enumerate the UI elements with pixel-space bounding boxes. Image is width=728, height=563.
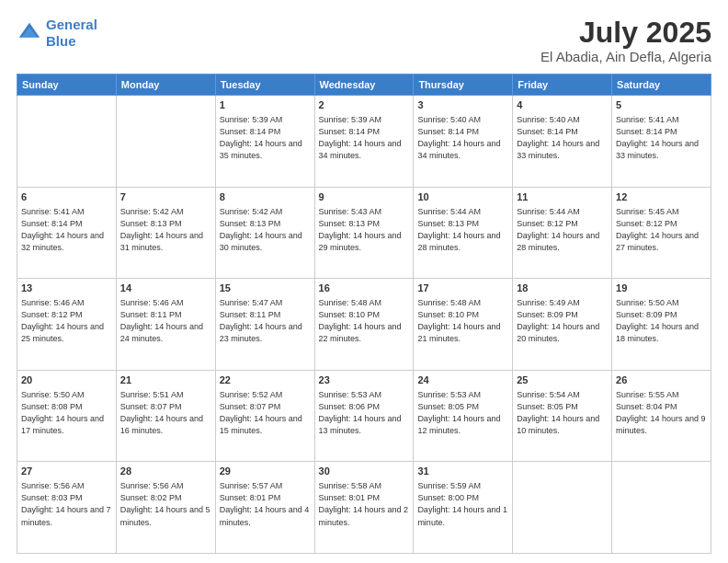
day-number: 27 [21, 465, 112, 479]
calendar-day-cell: 30Sunrise: 5:58 AMSunset: 8:01 PMDayligh… [314, 462, 414, 554]
calendar-day-cell: 20Sunrise: 5:50 AMSunset: 8:08 PMDayligh… [17, 370, 117, 462]
day-detail: Sunrise: 5:59 AMSunset: 8:00 PMDaylight:… [417, 480, 508, 528]
sunrise-text: Sunrise: 5:42 AM [220, 206, 311, 218]
sunset-text: Sunset: 8:07 PM [120, 401, 211, 413]
sunrise-text: Sunrise: 5:46 AM [21, 297, 112, 309]
day-detail: Sunrise: 5:40 AMSunset: 8:14 PMDaylight:… [417, 114, 508, 162]
sunset-text: Sunset: 8:02 PM [120, 492, 211, 504]
day-detail: Sunrise: 5:56 AMSunset: 8:03 PMDaylight:… [21, 480, 112, 528]
day-number: 17 [417, 282, 508, 296]
sunrise-text: Sunrise: 5:56 AM [120, 480, 211, 492]
calendar-day-cell: 22Sunrise: 5:52 AMSunset: 8:07 PMDayligh… [215, 370, 314, 462]
day-detail: Sunrise: 5:44 AMSunset: 8:13 PMDaylight:… [417, 206, 508, 254]
day-number: 20 [21, 373, 112, 388]
sunset-text: Sunset: 8:10 PM [417, 309, 508, 321]
calendar-day-cell: 1Sunrise: 5:39 AMSunset: 8:14 PMDaylight… [215, 96, 314, 188]
logo: General Blue [17, 17, 97, 50]
calendar-day-cell: 9Sunrise: 5:43 AMSunset: 8:13 PMDaylight… [314, 187, 414, 279]
daylight-text: Daylight: 14 hours and 9 minutes. [616, 413, 707, 437]
daylight-text: Daylight: 14 hours and 23 minutes. [220, 321, 311, 345]
day-detail: Sunrise: 5:55 AMSunset: 8:04 PMDaylight:… [616, 389, 707, 437]
sunrise-text: Sunrise: 5:53 AM [319, 389, 410, 401]
day-detail: Sunrise: 5:48 AMSunset: 8:10 PMDaylight:… [319, 297, 410, 345]
day-number: 8 [220, 190, 311, 205]
sunrise-text: Sunrise: 5:46 AM [120, 297, 211, 309]
day-number: 30 [319, 465, 410, 479]
day-detail: Sunrise: 5:53 AMSunset: 8:05 PMDaylight:… [417, 389, 508, 437]
sunrise-text: Sunrise: 5:39 AM [220, 114, 311, 126]
calendar-day-cell: 21Sunrise: 5:51 AMSunset: 8:07 PMDayligh… [116, 370, 215, 462]
day-detail: Sunrise: 5:45 AMSunset: 8:12 PMDaylight:… [616, 206, 707, 254]
day-number: 25 [517, 373, 608, 388]
day-number: 28 [120, 465, 211, 479]
sunset-text: Sunset: 8:10 PM [319, 309, 410, 321]
daylight-text: Daylight: 14 hours and 10 minutes. [517, 413, 608, 437]
day-detail: Sunrise: 5:58 AMSunset: 8:01 PMDaylight:… [319, 480, 410, 528]
day-number: 31 [417, 465, 508, 479]
daylight-text: Daylight: 14 hours and 31 minutes. [120, 230, 211, 254]
calendar-day-cell: 13Sunrise: 5:46 AMSunset: 8:12 PMDayligh… [17, 279, 117, 371]
calendar-day-cell: 4Sunrise: 5:40 AMSunset: 8:14 PMDaylight… [513, 96, 612, 188]
daylight-text: Daylight: 14 hours and 25 minutes. [21, 321, 112, 345]
weekday-header: Saturday [612, 75, 711, 96]
day-detail: Sunrise: 5:49 AMSunset: 8:09 PMDaylight:… [517, 297, 608, 345]
day-detail: Sunrise: 5:44 AMSunset: 8:12 PMDaylight:… [517, 206, 608, 254]
sunrise-text: Sunrise: 5:40 AM [517, 114, 608, 126]
day-number: 10 [417, 190, 508, 205]
sunrise-text: Sunrise: 5:50 AM [21, 389, 112, 401]
day-number: 15 [220, 282, 311, 296]
logo-line2: Blue [46, 33, 76, 49]
day-detail: Sunrise: 5:42 AMSunset: 8:13 PMDaylight:… [220, 206, 311, 254]
daylight-text: Daylight: 14 hours and 5 minutes. [120, 504, 211, 528]
sunset-text: Sunset: 8:00 PM [417, 492, 508, 504]
sunrise-text: Sunrise: 5:48 AM [417, 297, 508, 309]
day-number: 13 [21, 282, 112, 296]
sunrise-text: Sunrise: 5:39 AM [319, 114, 410, 126]
calendar-week-row: 1Sunrise: 5:39 AMSunset: 8:14 PMDaylight… [17, 96, 711, 188]
day-detail: Sunrise: 5:42 AMSunset: 8:13 PMDaylight:… [120, 206, 211, 254]
calendar-day-cell [17, 96, 117, 188]
sunrise-text: Sunrise: 5:50 AM [616, 297, 707, 309]
calendar-day-cell: 11Sunrise: 5:44 AMSunset: 8:12 PMDayligh… [513, 187, 612, 279]
sunrise-text: Sunrise: 5:44 AM [417, 206, 508, 218]
calendar-day-cell: 16Sunrise: 5:48 AMSunset: 8:10 PMDayligh… [314, 279, 414, 371]
sunrise-text: Sunrise: 5:40 AM [417, 114, 508, 126]
calendar-day-cell: 15Sunrise: 5:47 AMSunset: 8:11 PMDayligh… [215, 279, 314, 371]
sunrise-text: Sunrise: 5:48 AM [319, 297, 410, 309]
daylight-text: Daylight: 14 hours and 33 minutes. [517, 138, 608, 162]
sunset-text: Sunset: 8:08 PM [21, 401, 112, 413]
day-number: 12 [616, 190, 707, 205]
sunset-text: Sunset: 8:01 PM [319, 492, 410, 504]
sunrise-text: Sunrise: 5:42 AM [120, 206, 211, 218]
calendar-day-cell [612, 462, 711, 554]
calendar-day-cell: 2Sunrise: 5:39 AMSunset: 8:14 PMDaylight… [314, 96, 414, 188]
daylight-text: Daylight: 14 hours and 30 minutes. [220, 230, 311, 254]
calendar-day-cell: 23Sunrise: 5:53 AMSunset: 8:06 PMDayligh… [314, 370, 414, 462]
daylight-text: Daylight: 14 hours and 34 minutes. [417, 138, 508, 162]
daylight-text: Daylight: 14 hours and 7 minutes. [21, 504, 112, 528]
sunrise-text: Sunrise: 5:51 AM [120, 389, 211, 401]
day-number: 6 [21, 190, 112, 205]
day-number: 22 [220, 373, 311, 388]
day-detail: Sunrise: 5:46 AMSunset: 8:12 PMDaylight:… [21, 297, 112, 345]
sunset-text: Sunset: 8:04 PM [616, 401, 707, 413]
sunset-text: Sunset: 8:05 PM [417, 401, 508, 413]
calendar-day-cell: 12Sunrise: 5:45 AMSunset: 8:12 PMDayligh… [612, 187, 711, 279]
day-detail: Sunrise: 5:39 AMSunset: 8:14 PMDaylight:… [220, 114, 311, 162]
calendar-day-cell: 27Sunrise: 5:56 AMSunset: 8:03 PMDayligh… [17, 462, 117, 554]
sunset-text: Sunset: 8:13 PM [319, 218, 410, 230]
sunset-text: Sunset: 8:12 PM [21, 309, 112, 321]
sunset-text: Sunset: 8:09 PM [517, 309, 608, 321]
calendar-day-cell: 25Sunrise: 5:54 AMSunset: 8:05 PMDayligh… [513, 370, 612, 462]
sunrise-text: Sunrise: 5:59 AM [417, 480, 508, 492]
day-detail: Sunrise: 5:39 AMSunset: 8:14 PMDaylight:… [319, 114, 410, 162]
sunrise-text: Sunrise: 5:57 AM [220, 480, 311, 492]
day-number: 4 [517, 98, 608, 113]
sunset-text: Sunset: 8:13 PM [220, 218, 311, 230]
day-detail: Sunrise: 5:48 AMSunset: 8:10 PMDaylight:… [417, 297, 508, 345]
calendar-day-cell: 5Sunrise: 5:41 AMSunset: 8:14 PMDaylight… [612, 96, 711, 188]
calendar-day-cell: 17Sunrise: 5:48 AMSunset: 8:10 PMDayligh… [414, 279, 513, 371]
sunset-text: Sunset: 8:12 PM [616, 218, 707, 230]
day-number: 18 [517, 282, 608, 296]
calendar-day-cell: 6Sunrise: 5:41 AMSunset: 8:14 PMDaylight… [17, 187, 117, 279]
